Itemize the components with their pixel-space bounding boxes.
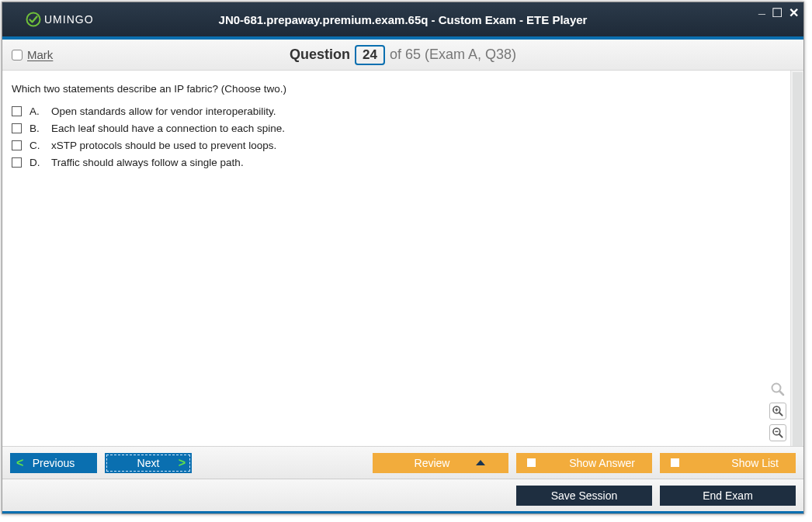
next-button[interactable]: Next > bbox=[105, 453, 192, 473]
zoom-out-button[interactable] bbox=[769, 424, 786, 441]
save-session-button[interactable]: Save Session bbox=[516, 486, 652, 506]
titlebar: UMINGO JN0-681.prepaway.premium.exam.65q… bbox=[2, 2, 803, 36]
option-row[interactable]: A.Open standards allow for vendor intero… bbox=[12, 105, 782, 117]
previous-button[interactable]: < Previous bbox=[10, 453, 97, 473]
option-row[interactable]: C.xSTP protocols should be used to preve… bbox=[12, 140, 782, 151]
zoom-in-button[interactable] bbox=[769, 403, 786, 420]
show-answer-label: Show Answer bbox=[569, 457, 635, 469]
option-letter: A. bbox=[29, 105, 43, 117]
nav-button-bar: < Previous Next > Review Show Answer Sho… bbox=[2, 446, 803, 479]
end-exam-button[interactable]: End Exam bbox=[660, 486, 796, 506]
chevron-left-icon: < bbox=[16, 456, 23, 470]
window-title: JN0-681.prepaway.premium.exam.65q - Cust… bbox=[219, 13, 588, 26]
question-of-text: of 65 (Exam A, Q38) bbox=[390, 47, 516, 63]
question-header: Mark Question 24 of 65 (Exam A, Q38) bbox=[2, 40, 803, 71]
question-word: Question bbox=[290, 47, 350, 63]
review-button[interactable]: Review bbox=[373, 453, 508, 473]
maximize-icon[interactable]: ☐ bbox=[772, 5, 783, 20]
search-icon[interactable] bbox=[769, 381, 786, 398]
chevron-right-icon: > bbox=[179, 456, 186, 470]
question-indicator: Question 24 of 65 (Exam A, Q38) bbox=[290, 45, 516, 65]
options-list: A.Open standards allow for vendor intero… bbox=[12, 105, 782, 168]
app-logo: UMINGO bbox=[2, 12, 94, 27]
session-button-bar: Save Session End Exam bbox=[2, 479, 803, 511]
scrollbar-thumb[interactable] bbox=[793, 72, 803, 446]
mark-toggle[interactable]: Mark bbox=[12, 48, 53, 61]
svg-line-2 bbox=[780, 392, 784, 396]
end-exam-label: End Exam bbox=[703, 489, 753, 502]
previous-label: Previous bbox=[33, 457, 75, 469]
question-body: Which two statements describe an IP fabr… bbox=[2, 71, 803, 446]
scrollbar[interactable] bbox=[790, 71, 803, 446]
question-number: 24 bbox=[355, 45, 385, 65]
save-session-label: Save Session bbox=[551, 489, 618, 502]
option-letter: D. bbox=[29, 157, 43, 168]
next-label: Next bbox=[137, 457, 160, 469]
svg-line-4 bbox=[779, 413, 783, 416]
checkbox-icon[interactable] bbox=[12, 106, 22, 116]
option-text: Open standards allow for vendor interope… bbox=[51, 105, 276, 117]
checkbox-icon[interactable] bbox=[12, 50, 23, 60]
bottom-accent-stripe bbox=[2, 511, 803, 513]
option-letter: B. bbox=[29, 123, 43, 134]
stop-icon bbox=[671, 458, 679, 467]
check-circle-icon bbox=[26, 12, 41, 27]
option-text: Traffic should always follow a single pa… bbox=[51, 157, 244, 168]
option-text: Each leaf should have a connection to ea… bbox=[51, 123, 285, 134]
option-letter: C. bbox=[29, 140, 43, 151]
checkbox-icon[interactable] bbox=[12, 157, 22, 168]
minimize-icon[interactable]: _ bbox=[758, 2, 765, 17]
svg-line-8 bbox=[779, 434, 783, 437]
option-text: xSTP protocols should be used to prevent… bbox=[51, 140, 276, 151]
show-list-label: Show List bbox=[731, 457, 779, 469]
question-stem: Which two statements describe an IP fabr… bbox=[12, 83, 782, 95]
stop-icon bbox=[527, 458, 536, 467]
option-row[interactable]: D.Traffic should always follow a single … bbox=[12, 157, 782, 168]
show-list-button[interactable]: Show List bbox=[660, 453, 796, 473]
close-icon[interactable]: ✕ bbox=[789, 5, 799, 20]
review-label: Review bbox=[415, 457, 450, 469]
checkbox-icon[interactable] bbox=[12, 140, 22, 150]
option-row[interactable]: B.Each leaf should have a connection to … bbox=[12, 123, 782, 134]
checkbox-icon[interactable] bbox=[12, 123, 22, 133]
show-answer-button[interactable]: Show Answer bbox=[516, 453, 652, 473]
logo-text: UMINGO bbox=[44, 13, 94, 26]
mark-label: Mark bbox=[27, 48, 53, 61]
